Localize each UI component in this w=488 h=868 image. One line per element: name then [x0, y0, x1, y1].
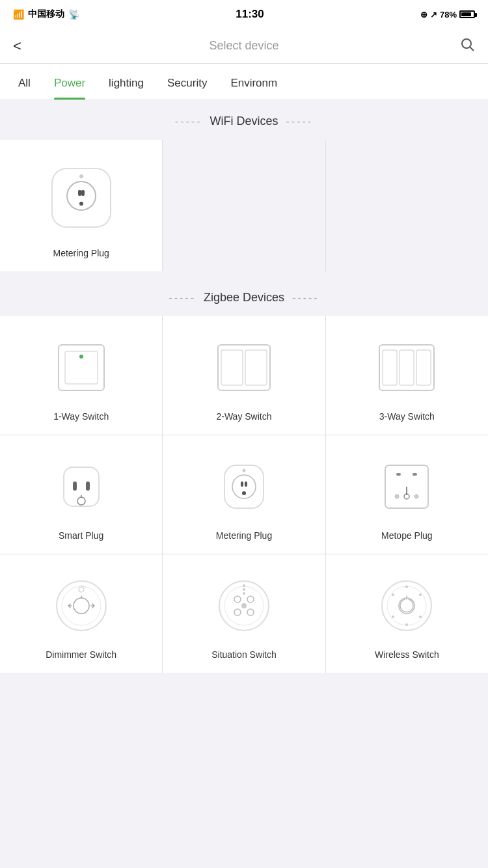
device-label-metering-plug-zb: Metering Plug	[216, 530, 272, 541]
svg-rect-17	[416, 350, 431, 385]
device-3way-switch[interactable]: 3-Way Switch	[326, 316, 488, 435]
smart-plug-icon	[52, 457, 111, 516]
wifi-section-header: ----- WiFi Devices -----	[0, 100, 488, 140]
situation-switch-icon	[215, 576, 273, 635]
status-bar: 📶 中国移动 📡 11:30 ⊕ ↗ 78%	[0, 0, 488, 29]
device-wireless-switch[interactable]: Wireless Switch	[326, 554, 488, 673]
icon-wrap-dimmer	[46, 570, 117, 642]
tab-power[interactable]: Power	[42, 67, 97, 100]
svg-rect-12	[221, 350, 243, 385]
device-label-2way: 2-Way Switch	[216, 411, 271, 422]
device-situation-switch[interactable]: Situation Switch	[163, 554, 325, 673]
dimmer-switch-icon	[52, 576, 111, 635]
device-label-situation: Situation Switch	[211, 649, 277, 660]
svg-point-62	[392, 593, 394, 596]
device-label-3way: 3-Way Switch	[379, 411, 435, 422]
svg-point-6	[79, 202, 83, 206]
svg-point-57	[405, 586, 408, 588]
wifi-dashes-left: -----	[175, 116, 202, 128]
svg-rect-16	[400, 350, 414, 385]
back-button[interactable]: <	[13, 38, 39, 55]
zigbee-section: ----- Zigbee Devices ----- 1-Way Switch	[0, 277, 488, 673]
zigbee-section-header: ----- Zigbee Devices -----	[0, 277, 488, 316]
nav-bar: < Select device	[0, 29, 488, 64]
gps-icon: ↗	[430, 10, 437, 20]
device-label-metope-plug: Metope Plug	[381, 530, 433, 541]
icon-wrap-3way	[371, 332, 442, 403]
svg-rect-5	[81, 190, 85, 196]
svg-point-61	[392, 616, 394, 618]
wifi-devices-grid: Metering Plug	[0, 140, 488, 271]
device-2way-switch[interactable]: 2-Way Switch	[163, 316, 325, 435]
svg-rect-30	[396, 473, 401, 476]
svg-point-51	[243, 588, 245, 591]
category-tabs: All Power lighting Security Environm	[0, 64, 488, 100]
svg-rect-26	[245, 481, 247, 487]
svg-point-58	[419, 593, 422, 596]
device-metering-plug-wifi[interactable]: Metering Plug	[0, 140, 162, 271]
2way-switch-icon	[215, 338, 273, 397]
metering-plug-wifi-icon	[46, 162, 117, 234]
battery-icon	[459, 10, 475, 18]
svg-point-49	[241, 603, 247, 608]
device-label-1way: 1-Way Switch	[53, 411, 109, 422]
svg-point-59	[419, 616, 422, 618]
signal-icon: 📶	[13, 9, 24, 20]
tab-environment[interactable]: Environm	[219, 67, 289, 100]
svg-point-27	[242, 491, 246, 495]
svg-rect-15	[383, 350, 397, 385]
svg-line-1	[470, 47, 474, 51]
tab-all[interactable]: All	[7, 67, 42, 100]
battery-percent: 78%	[440, 10, 457, 20]
device-dimmer-switch[interactable]: Dimimmer Switch	[0, 554, 162, 673]
svg-rect-20	[86, 481, 90, 491]
zigbee-dashes-left: -----	[169, 292, 196, 304]
device-label-smart-plug: Smart Plug	[59, 530, 103, 541]
device-label-dimmer: Dimimmer Switch	[46, 649, 116, 660]
icon-wrap-1way	[46, 332, 117, 403]
zigbee-section-title: Zigbee Devices	[204, 291, 284, 305]
svg-point-28	[242, 469, 245, 472]
tab-security[interactable]: Security	[156, 67, 219, 100]
carrier-name: 中国移动	[28, 8, 64, 20]
device-label: Metering Plug	[53, 248, 109, 258]
status-time: 11:30	[236, 8, 264, 21]
status-right: ⊕ ↗ 78%	[420, 10, 475, 20]
device-icon-wrap	[39, 156, 124, 240]
icon-wrap-metering-plug-zb	[208, 451, 280, 522]
svg-point-50	[243, 584, 245, 587]
icon-wrap-2way	[208, 332, 280, 403]
empty-cell-2	[326, 140, 488, 271]
svg-point-34	[395, 495, 399, 498]
icon-wrap-metope-plug	[371, 451, 442, 522]
device-metope-plug[interactable]: Metope Plug	[326, 435, 488, 554]
search-button[interactable]	[449, 36, 475, 56]
svg-rect-25	[241, 481, 243, 487]
svg-rect-13	[245, 350, 267, 385]
svg-point-35	[414, 495, 418, 498]
icon-wrap-situation	[208, 570, 280, 642]
metering-plug-zb-icon	[215, 457, 273, 516]
svg-rect-31	[413, 473, 417, 476]
svg-point-60	[405, 623, 408, 626]
device-1way-switch[interactable]: 1-Way Switch	[0, 316, 162, 435]
zigbee-devices-grid: 1-Way Switch 2-Way Switch	[0, 316, 488, 673]
1way-switch-icon	[52, 338, 111, 397]
wifi-section-title: WiFi Devices	[210, 115, 278, 128]
svg-point-0	[462, 39, 471, 48]
tab-lighting[interactable]: lighting	[97, 67, 156, 100]
3way-switch-icon	[377, 338, 436, 397]
icon-wrap-smart-plug	[46, 451, 117, 522]
svg-point-10	[79, 355, 83, 359]
wifi-section: ----- WiFi Devices -----	[0, 100, 488, 277]
empty-cell-1	[163, 140, 325, 271]
svg-point-7	[79, 174, 83, 178]
svg-rect-19	[73, 481, 77, 491]
svg-rect-18	[64, 467, 99, 506]
svg-rect-4	[78, 190, 81, 196]
device-metering-plug-zb[interactable]: Metering Plug	[163, 435, 325, 554]
svg-point-52	[243, 592, 245, 595]
location-icon: ⊕	[420, 10, 427, 20]
nav-title: Select device	[39, 39, 449, 53]
device-smart-plug[interactable]: Smart Plug	[0, 435, 162, 554]
